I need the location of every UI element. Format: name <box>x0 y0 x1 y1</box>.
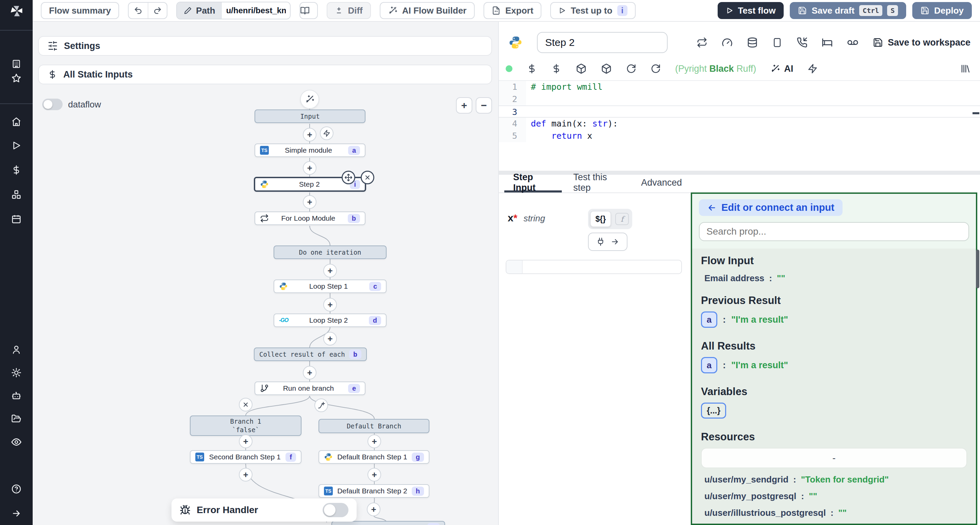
code-line[interactable]: 3 <box>499 105 980 117</box>
insert-step-button[interactable]: + <box>239 468 253 482</box>
function-toggle[interactable]: f <box>615 213 629 225</box>
insert-step-button[interactable]: + <box>303 128 317 141</box>
deploy-button[interactable]: Deploy <box>912 2 972 19</box>
library-icon[interactable] <box>960 63 970 74</box>
resource-row[interactable]: u/user/my_postgresql:"" <box>701 491 967 501</box>
zoom-out-button[interactable]: − <box>476 97 492 114</box>
save-draft-button[interactable]: Save draft Ctrl S <box>790 2 906 19</box>
flow-node-do-one-iteration[interactable]: Do one iteration <box>274 246 387 259</box>
flow-graph-canvas[interactable]: dataflow + − Input + TS Simple module a … <box>33 22 498 525</box>
param-value-input[interactable] <box>506 260 682 274</box>
workers-bot-icon[interactable] <box>11 391 21 401</box>
edit-or-connect-button[interactable]: Edit or connect an input <box>699 199 843 216</box>
save-to-workspace-button[interactable]: Save to workspace <box>873 37 970 48</box>
resource-row[interactable]: u/user/illustrious_postgresql:"" <box>701 508 967 518</box>
template-expr-toggle[interactable]: ${} <box>590 211 611 227</box>
code-line[interactable]: 1# import wmill <box>499 81 980 93</box>
variables-object-chip[interactable]: {...} <box>701 403 726 419</box>
flow-node-branch-1[interactable]: Branch 1`false` <box>190 416 301 436</box>
resources-placeholder-box[interactable]: - <box>701 448 967 468</box>
repeat-icon[interactable] <box>697 37 708 48</box>
flow-node-default-branch[interactable]: Default Branch <box>318 419 430 433</box>
audit-eye-icon[interactable] <box>11 436 22 447</box>
favorites-star-icon[interactable] <box>11 73 21 83</box>
picker-scrollbar[interactable] <box>975 192 980 525</box>
zoom-in-button[interactable]: + <box>456 97 472 114</box>
trigger-zap-pin[interactable] <box>320 127 334 140</box>
insert-step-button[interactable]: + <box>368 468 381 482</box>
package-icon[interactable] <box>576 63 587 74</box>
package-icon[interactable] <box>601 63 612 74</box>
refresh-icon[interactable] <box>651 63 661 74</box>
flow-node-step-2-selected[interactable]: Step 2 i <box>254 177 366 192</box>
flow-node-run-one-branch[interactable]: Run one branch e <box>255 382 366 395</box>
code-editor[interactable]: 1# import wmill234def main(x: str):5 ret… <box>499 80 980 171</box>
schedules-calendar-icon[interactable] <box>11 214 21 224</box>
flow-summary-button[interactable]: Flow summary <box>41 2 119 19</box>
test-up-to-button[interactable]: Test up to i <box>550 2 636 19</box>
insert-step-button[interactable]: + <box>239 435 253 448</box>
insert-step-button[interactable]: + <box>368 435 381 448</box>
export-button[interactable]: Export <box>484 2 541 19</box>
tab-advanced[interactable]: Advanced <box>632 175 691 192</box>
flow-node-loop-step-1[interactable]: Loop Step 1 c <box>274 279 387 293</box>
voicemail-icon[interactable] <box>847 37 859 48</box>
user-icon[interactable] <box>11 344 21 355</box>
delete-step-handle[interactable] <box>361 171 374 184</box>
result-a-badge[interactable]: a <box>701 357 717 373</box>
gauge-icon[interactable] <box>722 37 733 48</box>
remove-branch-pin[interactable] <box>239 398 253 411</box>
undo-button[interactable] <box>129 3 148 18</box>
dollar-icon[interactable] <box>551 63 562 74</box>
redo-button[interactable] <box>148 3 167 18</box>
database-icon[interactable] <box>747 37 758 48</box>
folders-icon[interactable] <box>11 414 21 424</box>
dollar-icon[interactable] <box>527 63 537 74</box>
tab-test-this-step[interactable]: Test this step <box>565 175 630 192</box>
move-step-handle[interactable] <box>342 171 355 184</box>
home-icon[interactable] <box>11 117 21 127</box>
flow-node-default-branch-step-2[interactable]: TS Default Branch Step 2 h <box>318 484 430 498</box>
step-name-input[interactable] <box>537 32 668 53</box>
resource-row[interactable]: u/user/my_sendgrid:"Token for sendgrid" <box>701 474 967 485</box>
code-line[interactable]: 2 <box>499 93 980 105</box>
help-icon[interactable] <box>11 484 21 494</box>
connect-input-button[interactable] <box>588 233 627 251</box>
workspace-building-icon[interactable] <box>11 59 21 69</box>
insert-step-button[interactable]: + <box>303 366 317 379</box>
ai-flow-builder-button[interactable]: AI Flow Builder <box>380 2 475 19</box>
flow-node-default-branch-step-1[interactable]: Default Branch Step 1 g <box>318 450 430 464</box>
insert-step-button[interactable]: + <box>323 332 337 346</box>
bed-icon[interactable] <box>822 37 833 48</box>
add-branch-pin[interactable] <box>314 398 328 412</box>
ai-wand-pin[interactable] <box>300 90 319 109</box>
insert-step-button[interactable]: + <box>303 161 317 175</box>
insert-step-button[interactable]: + <box>323 298 337 311</box>
collapse-arrow-icon[interactable] <box>11 508 21 519</box>
error-handler-toggle[interactable] <box>323 503 348 517</box>
windmill-logo-icon[interactable] <box>9 4 24 19</box>
docs-book-button[interactable] <box>299 2 318 19</box>
phone-incoming-icon[interactable] <box>797 37 808 48</box>
settings-gear-icon[interactable] <box>11 368 21 378</box>
path-input[interactable] <box>222 2 290 19</box>
tab-step-input[interactable]: Step Input <box>504 175 562 192</box>
code-line[interactable]: 4def main(x: str): <box>499 117 980 130</box>
flow-node-second-branch-step-1[interactable]: TS Second Branch Step 1 f <box>190 450 301 464</box>
flow-node-collect-result[interactable]: Collect result of each iteration b <box>254 347 367 361</box>
flow-input-row[interactable]: Email address:"" <box>701 273 967 284</box>
refresh-icon[interactable] <box>626 63 636 74</box>
test-flow-button[interactable]: Test flow <box>718 2 784 19</box>
scrollbar-thumb[interactable] <box>976 250 979 288</box>
result-a-badge[interactable]: a <box>701 311 717 328</box>
flow-node-input[interactable]: Input <box>255 109 366 123</box>
flow-node-loop-step-2[interactable]: -GO Loop Step 2 d <box>274 314 387 327</box>
insert-step-button[interactable]: + <box>303 195 317 209</box>
insert-step-button[interactable]: + <box>323 264 337 278</box>
flow-node-simple-module[interactable]: TS Simple module a <box>255 143 366 157</box>
ai-assist-button[interactable]: AI <box>770 63 793 74</box>
insert-step-button[interactable]: + <box>367 503 380 516</box>
flow-node-for-loop[interactable]: For Loop Module b <box>255 211 366 225</box>
diff-button[interactable]: Diff <box>327 2 371 19</box>
editor-divider[interactable] <box>499 171 980 175</box>
